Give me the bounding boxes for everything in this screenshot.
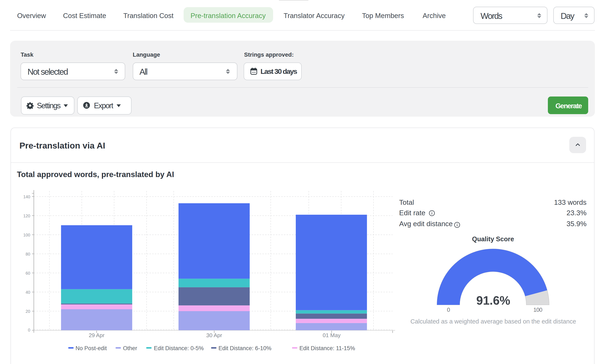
svg-text:40: 40 — [26, 290, 30, 295]
svg-text:Other: Other — [123, 345, 137, 351]
svg-text:60: 60 — [26, 271, 30, 275]
svg-text:01 May: 01 May — [323, 332, 341, 338]
svg-text:No Post-edit: No Post-edit — [76, 345, 107, 351]
svg-text:0: 0 — [28, 328, 30, 332]
svg-text:120: 120 — [23, 214, 30, 218]
svg-text:29 Apr: 29 Apr — [89, 332, 105, 338]
svg-text:30 Apr: 30 Apr — [206, 332, 222, 338]
svg-text:Edit Distance: 11-15%: Edit Distance: 11-15% — [299, 345, 355, 351]
svg-text:80: 80 — [26, 252, 30, 256]
svg-text:100: 100 — [23, 233, 30, 237]
svg-text:Edit Distance: 0-5%: Edit Distance: 0-5% — [154, 345, 204, 351]
svg-text:20: 20 — [26, 309, 30, 314]
svg-text:Edit Distance: 6-10%: Edit Distance: 6-10% — [219, 345, 271, 351]
svg-text:140: 140 — [23, 195, 30, 199]
